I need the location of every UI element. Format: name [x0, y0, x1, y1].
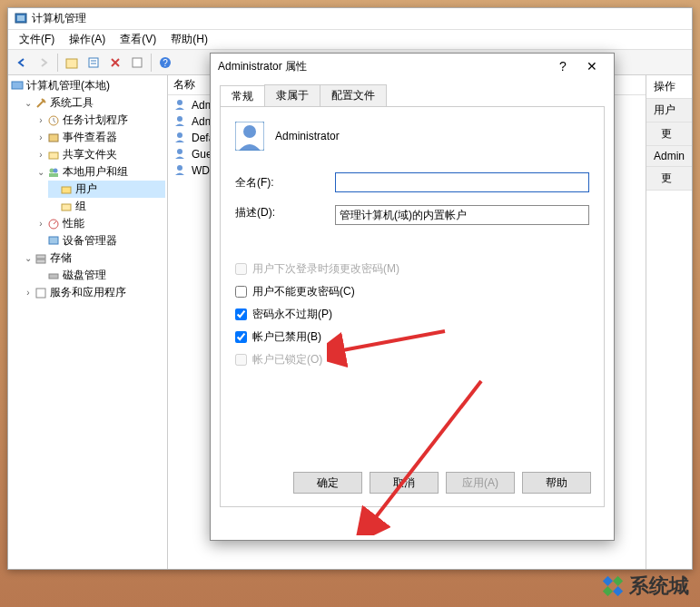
cannotchange-checkbox[interactable]: [235, 286, 247, 298]
cannotchange-row[interactable]: 用户不能更改密码(C): [235, 284, 589, 299]
tree-root[interactable]: 计算机管理(本地): [10, 77, 165, 94]
collapse-icon[interactable]: ⌄: [23, 253, 34, 263]
help-button[interactable]: ?: [155, 53, 175, 73]
disabled-label: 帐户已禁用(B): [252, 329, 321, 345]
tab-general[interactable]: 常规: [220, 85, 265, 107]
folder-icon: [59, 182, 74, 197]
svg-rect-33: [603, 576, 613, 586]
tree-storage[interactable]: ⌄ 存储: [23, 250, 165, 267]
tab-profile[interactable]: 配置文件: [320, 84, 387, 106]
svg-rect-34: [613, 576, 623, 586]
svg-point-24: [177, 100, 182, 105]
up-button[interactable]: [62, 53, 82, 73]
actions-admin[interactable]: Admin: [646, 146, 692, 167]
expand-icon[interactable]: ›: [35, 150, 46, 160]
svg-rect-12: [49, 152, 58, 159]
tree-label: 用户: [75, 181, 97, 197]
locked-row: 帐户已锁定(O): [235, 352, 589, 367]
mustchange-checkbox: [235, 263, 247, 275]
dialog-titlebar[interactable]: Administrator 属性 ? ✕: [211, 54, 614, 79]
mustchange-label: 用户下次登录时须更改密码(M): [252, 261, 399, 277]
neverexpire-label: 密码永不过期(P): [252, 307, 332, 322]
fullname-label: 全名(F):: [235, 175, 335, 191]
tree-pane[interactable]: 计算机管理(本地) ⌄ 系统工具 › 任务计划程序 ›: [8, 75, 168, 569]
forward-button[interactable]: [34, 53, 54, 73]
svg-rect-16: [62, 187, 71, 193]
collapse-icon[interactable]: ⌄: [35, 167, 46, 177]
actions-more[interactable]: 更: [646, 167, 692, 191]
tree-label: 组: [75, 199, 86, 214]
svg-rect-35: [613, 586, 623, 596]
user-icon: [173, 114, 188, 129]
menu-view[interactable]: 查看(V): [113, 30, 163, 49]
locked-checkbox: [235, 354, 247, 366]
user-icon: [173, 131, 188, 145]
tree-shared[interactable]: › 共享文件夹: [35, 146, 165, 163]
apply-button[interactable]: 应用(A): [446, 472, 515, 494]
svg-point-14: [54, 168, 58, 172]
expand-icon[interactable]: ›: [35, 115, 46, 125]
dialog-help-button[interactable]: ?: [548, 55, 577, 77]
storage-icon: [34, 251, 48, 266]
tree-label: 存储: [50, 250, 72, 266]
tree-label: 任务计划程序: [63, 113, 128, 128]
svg-rect-21: [36, 259, 45, 263]
expand-icon[interactable]: ›: [35, 219, 46, 229]
tree-label: 性能: [63, 216, 84, 231]
perf-icon: [46, 217, 61, 231]
tree-users[interactable]: 用户: [48, 181, 165, 198]
tree-label: 计算机管理(本地): [26, 78, 110, 93]
help-button[interactable]: 帮助: [522, 472, 591, 494]
tree-groups[interactable]: 组: [48, 198, 165, 215]
back-button[interactable]: [12, 53, 32, 73]
neverexpire-row[interactable]: 密码永不过期(P): [235, 307, 589, 322]
delete-button[interactable]: [105, 53, 125, 73]
app-icon: [14, 12, 28, 26]
svg-rect-15: [49, 173, 58, 177]
actions-more[interactable]: 更: [646, 122, 692, 146]
fullname-row: 全名(F):: [235, 172, 589, 192]
tree-localusers[interactable]: ⌄ 本地用户和组: [35, 163, 165, 181]
properties-dialog: Administrator 属性 ? ✕ 常规 隶属于 配置文件 Adminis…: [210, 53, 615, 541]
tree-services[interactable]: › 服务和应用程序: [23, 284, 165, 301]
props-button[interactable]: [84, 53, 104, 73]
svg-point-28: [177, 165, 182, 171]
svg-rect-9: [12, 82, 23, 89]
tree-eventviewer[interactable]: › 事件查看器: [35, 129, 165, 146]
cancel-button[interactable]: 取消: [370, 472, 439, 494]
fullname-input[interactable]: [335, 172, 589, 192]
collapse-icon[interactable]: ⌄: [23, 98, 34, 108]
watermark: 系统城: [602, 573, 689, 600]
tree-devmgr[interactable]: 设备管理器: [35, 232, 165, 250]
disabled-checkbox[interactable]: [235, 331, 247, 343]
tabs: 常规 隶属于 配置文件: [220, 84, 605, 106]
refresh-button[interactable]: [127, 53, 147, 73]
neverexpire-checkbox[interactable]: [235, 308, 247, 320]
tree-tasksched[interactable]: › 任务计划程序: [35, 112, 165, 129]
dialog-title: Administrator 属性: [218, 59, 548, 74]
user-icon: [173, 98, 188, 113]
disabled-row[interactable]: 帐户已禁用(B): [235, 329, 589, 345]
tree-perf[interactable]: › 性能: [35, 215, 165, 232]
close-icon[interactable]: ✕: [577, 55, 606, 77]
titlebar: 计算机管理: [8, 8, 692, 30]
menu-file[interactable]: 文件(F): [12, 30, 62, 49]
ok-button[interactable]: 确定: [293, 472, 362, 494]
event-icon: [46, 131, 61, 145]
svg-rect-3: [89, 58, 98, 67]
dialog-body: 常规 隶属于 配置文件 Administrator 全名(F): 描述(D):: [211, 79, 614, 513]
menu-action[interactable]: 操作(A): [62, 30, 113, 49]
expand-icon[interactable]: ›: [23, 288, 34, 298]
tab-memberof[interactable]: 隶属于: [264, 84, 320, 106]
tree-label: 共享文件夹: [63, 147, 117, 162]
desc-input[interactable]: [335, 205, 589, 225]
user-name: Administrator: [275, 130, 340, 142]
tree-label: 设备管理器: [63, 233, 117, 249]
svg-rect-6: [133, 58, 142, 67]
menu-help[interactable]: 帮助(H): [163, 30, 215, 49]
expand-icon[interactable]: ›: [35, 132, 46, 142]
tree-systools[interactable]: ⌄ 系统工具: [23, 94, 165, 112]
tab-content: Administrator 全名(F): 描述(D): 用户下次登录时须更改密码…: [220, 106, 605, 507]
actions-user[interactable]: 用户: [646, 99, 692, 122]
tree-diskmgmt[interactable]: 磁盘管理: [35, 267, 165, 284]
